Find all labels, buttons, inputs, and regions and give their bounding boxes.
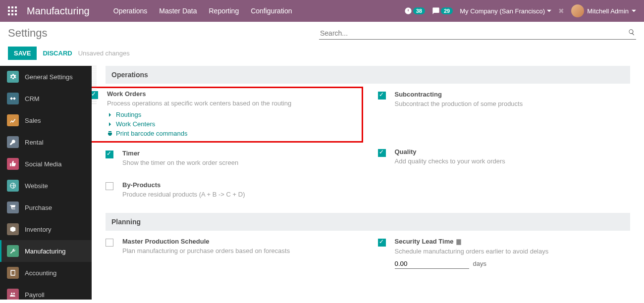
setting-work-orders: Work Orders Process operations at specif… bbox=[92, 90, 358, 137]
sidebar-item-label: Social Media bbox=[25, 160, 61, 168]
chart-icon bbox=[7, 114, 19, 126]
checkbox-timer[interactable] bbox=[106, 151, 113, 158]
company-switcher[interactable]: My Company (San Francisco) bbox=[460, 7, 551, 15]
setting-quality: Quality Add quality checks to your work … bbox=[378, 148, 631, 169]
sidebar-item-label: Manufacturing bbox=[25, 248, 65, 255]
setting-title: Timer bbox=[122, 150, 358, 157]
svg-rect-1 bbox=[11, 6, 13, 8]
action-row: SAVE DISCARD Unsaved changes bbox=[0, 45, 644, 66]
activity-indicator[interactable]: 38 bbox=[404, 7, 425, 15]
setting-title: Master Production Schedule bbox=[122, 238, 358, 245]
checkbox-work-orders[interactable] bbox=[92, 91, 98, 99]
sidebar-item-general-settings[interactable]: General Settings bbox=[0, 66, 92, 88]
nav-reporting[interactable]: Reporting bbox=[209, 7, 239, 15]
search-icon[interactable] bbox=[628, 29, 635, 37]
top-nav: Operations Master Data Reporting Configu… bbox=[113, 7, 404, 15]
activity-badge: 38 bbox=[413, 7, 425, 14]
checkbox-mps[interactable] bbox=[106, 239, 113, 247]
user-name: Mitchell Admin bbox=[587, 7, 629, 15]
company-name: My Company (San Francisco) bbox=[460, 7, 545, 15]
svg-rect-6 bbox=[8, 13, 10, 15]
sidebar-item-website[interactable]: Website bbox=[0, 175, 92, 197]
sidebar-item-crm[interactable]: CRM bbox=[0, 88, 92, 109]
page-title: Settings bbox=[8, 27, 48, 40]
discard-button[interactable]: DISCARD bbox=[43, 50, 72, 57]
setting-title: By-Products bbox=[122, 181, 358, 189]
app-brand[interactable]: Manufacturing bbox=[27, 5, 90, 17]
setting-desc: Plan manufacturing or purchase orders ba… bbox=[122, 247, 358, 254]
checkbox-quality[interactable] bbox=[378, 149, 386, 157]
unsaved-label: Unsaved changes bbox=[78, 50, 130, 57]
people-icon bbox=[7, 289, 19, 300]
svg-rect-0 bbox=[8, 6, 10, 8]
apps-icon[interactable] bbox=[8, 6, 17, 15]
messages-indicator[interactable]: 29 bbox=[432, 7, 453, 15]
sidebar-item-label: Sales bbox=[25, 117, 41, 124]
link-work-centers[interactable]: Work Centers bbox=[107, 120, 358, 128]
checkbox-by-products[interactable] bbox=[106, 182, 113, 190]
sidebar-item-label: Website bbox=[25, 182, 48, 190]
sidebar-item-accounting[interactable]: Accounting bbox=[0, 262, 92, 284]
drag-handle[interactable] bbox=[92, 66, 97, 105]
debug-icon[interactable]: ✖ bbox=[558, 7, 564, 15]
highlight-work-orders: Work Orders Process operations at specif… bbox=[92, 87, 363, 143]
setting-security-lead-time: Security Lead Time Schedule manufacturin… bbox=[378, 238, 631, 269]
sidebar-item-label: Payroll bbox=[25, 291, 45, 299]
avatar bbox=[571, 4, 584, 17]
setting-by-products: By-Products Produce residual products (A… bbox=[106, 181, 358, 202]
sidebar-item-social-media[interactable]: Social Media bbox=[0, 153, 92, 175]
checkbox-security-lead[interactable] bbox=[378, 239, 386, 247]
search-input[interactable] bbox=[320, 29, 628, 37]
setting-desc: Add quality checks to your work orders bbox=[395, 157, 631, 165]
checkbox-subcontracting[interactable] bbox=[378, 92, 386, 100]
book-icon bbox=[7, 267, 19, 279]
setting-title: Subcontracting bbox=[395, 91, 631, 98]
sidebar-item-sales[interactable]: Sales bbox=[0, 109, 92, 131]
lead-time-unit: days bbox=[473, 260, 486, 267]
nav-operations[interactable]: Operations bbox=[113, 7, 147, 15]
svg-rect-8 bbox=[15, 13, 17, 15]
sidebar-item-label: General Settings bbox=[25, 73, 73, 81]
user-menu[interactable]: Mitchell Admin bbox=[571, 4, 636, 17]
link-routings[interactable]: Routings bbox=[107, 111, 358, 118]
handshake-icon bbox=[7, 93, 19, 104]
sidebar-item-label: Accounting bbox=[25, 269, 56, 277]
save-button[interactable]: SAVE bbox=[8, 47, 37, 60]
section-header-planning: Planning bbox=[106, 213, 630, 231]
content-area: Operations Work Orders Process operation… bbox=[92, 66, 644, 300]
svg-rect-3 bbox=[8, 10, 10, 12]
wrench-icon bbox=[7, 245, 19, 257]
setting-desc: Process operations at specific work cent… bbox=[107, 100, 358, 107]
sidebar-item-label: Purchase bbox=[25, 204, 52, 211]
globe-icon bbox=[7, 180, 19, 192]
setting-desc: Produce residual products (A + B -> C + … bbox=[122, 191, 358, 198]
link-print-barcode[interactable]: Print barcode commands bbox=[107, 130, 358, 137]
lead-time-input[interactable] bbox=[395, 259, 469, 269]
setting-title: Security Lead Time bbox=[395, 238, 631, 246]
key-icon bbox=[7, 136, 19, 148]
sidebar-item-rental[interactable]: Rental bbox=[0, 131, 92, 153]
setting-title: Work Orders bbox=[107, 90, 358, 98]
cart-icon bbox=[7, 202, 19, 213]
setting-timer: Timer Show the timer on the work order s… bbox=[106, 150, 358, 170]
building-icon bbox=[455, 239, 462, 246]
setting-subcontracting: Subcontracting Subcontract the productio… bbox=[378, 91, 631, 111]
setting-desc: Show the timer on the work order screen bbox=[122, 159, 358, 166]
svg-rect-7 bbox=[11, 13, 13, 15]
sidebar-item-payroll[interactable]: Payroll bbox=[0, 284, 92, 300]
box-icon bbox=[7, 223, 19, 235]
header-row: Settings bbox=[0, 22, 644, 45]
nav-configuration[interactable]: Configuration bbox=[251, 7, 292, 15]
setting-desc: Schedule manufacturing orders earlier to… bbox=[395, 248, 631, 255]
section-header-operations: Operations bbox=[106, 66, 630, 84]
nav-master-data[interactable]: Master Data bbox=[159, 7, 197, 15]
sidebar-item-manufacturing[interactable]: Manufacturing bbox=[0, 240, 92, 262]
sidebar-item-purchase[interactable]: Purchase bbox=[0, 197, 92, 218]
setting-title: Quality bbox=[395, 148, 631, 155]
settings-sidebar: General Settings CRM Sales Rental Social… bbox=[0, 66, 92, 300]
sidebar-item-label: CRM bbox=[25, 95, 40, 102]
thumbs-up-icon bbox=[7, 158, 19, 170]
svg-rect-4 bbox=[11, 10, 13, 12]
svg-rect-2 bbox=[15, 6, 17, 8]
sidebar-item-inventory[interactable]: Inventory bbox=[0, 218, 92, 240]
